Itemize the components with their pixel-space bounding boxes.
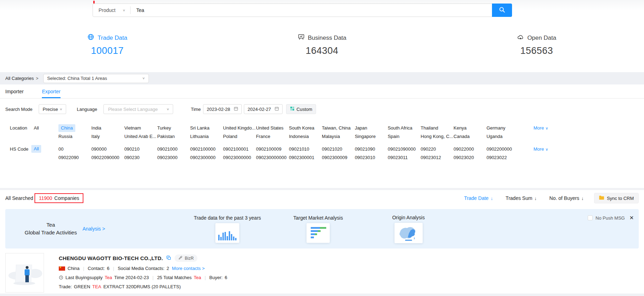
filter-option[interactable]: Kenya [454,125,487,132]
location-more-link[interactable]: More∨ [533,124,548,141]
filter-option[interactable]: Uganda [486,133,519,140]
filter-option[interactable]: 0902300000 [190,154,223,161]
company-result-card: CHENGDU WAGOTT BIO-TECH CO.,LTD. BizR ★ … [0,248,644,292]
filter-option[interactable]: Lithuania [190,133,223,140]
company-thumbnail[interactable] [5,253,44,292]
filter-option[interactable]: 09023011 [388,154,421,161]
filter-option[interactable]: Italy [91,133,125,140]
filter-option[interactable]: United Arab E... [124,133,157,140]
more-label: More [533,146,544,152]
filter-option[interactable]: China [58,124,75,132]
filter-option[interactable]: Poland [223,133,256,140]
search-button[interactable] [492,4,512,17]
filter-option[interactable]: Hong Kong, C... [421,133,454,140]
sync-to-crm-button[interactable]: Sync to CRM [594,193,639,203]
filter-option[interactable]: 0902200000 [486,146,519,153]
search-mode-select[interactable]: Precise ∨ [39,104,66,114]
tab-exporter[interactable]: Exporter [42,84,61,98]
filter-option[interactable]: Pakistan [157,133,190,140]
company-name[interactable]: CHENGDU WAGOTT BIO-TECH CO.,LTD. [59,255,163,261]
filter-option[interactable]: 0902100001 [223,146,256,153]
filter-option[interactable]: 09023000 [157,154,190,161]
search-category-select[interactable]: Product ∨ [93,4,130,17]
filter-option[interactable]: 09021010 [289,146,322,153]
banner-card-origin[interactable]: Origin Analysis [392,215,425,243]
filter-option[interactable]: 090000 [91,146,125,153]
language-input[interactable] [107,106,160,112]
filter-option[interactable]: 09023020 [454,154,487,161]
language-select[interactable]: ∨ [103,104,173,114]
filter-option[interactable]: Vietnam [124,125,157,132]
filter-option[interactable]: 09022000 [454,146,487,153]
all-categories-link[interactable]: All Categories > [5,76,38,81]
filter-option[interactable]: Germany [486,125,519,132]
date-to-field[interactable] [244,104,283,114]
filter-option[interactable]: 0902300009 [322,154,355,161]
stat-trade-data[interactable]: Trade Data 100017 [0,33,215,56]
close-icon[interactable]: ✕ [629,215,634,221]
filter-option[interactable]: Indonesia [289,133,322,140]
location-option-all[interactable]: All [34,125,41,131]
filter-option[interactable]: Spain [388,133,421,140]
filter-option[interactable]: 09023010 [355,154,388,161]
filter-option[interactable]: 00 [58,146,91,153]
filter-option[interactable]: 09021090 [355,146,388,153]
more-contacts-link[interactable]: More contacts > [172,266,205,271]
filter-option[interactable]: Malaysia [322,133,355,140]
filter-option[interactable]: 09023012 [421,154,454,161]
filter-option[interactable]: 090230000000 [256,154,289,161]
hs-code-more-link[interactable]: More∨ [533,145,548,162]
bizr-badge[interactable]: BizR [175,254,197,262]
banner-card-trade-data[interactable]: Trade data for the past 3 years [194,215,261,243]
filter-option[interactable]: South Africa [388,125,421,132]
filter-option[interactable]: Singapore [355,133,388,140]
stat-open-data[interactable]: Open Data 156563 [429,33,644,56]
tab-importer[interactable]: Importer [5,84,24,98]
date-from-field[interactable] [203,104,242,114]
filter-option[interactable]: France [256,133,289,140]
custom-time-button[interactable]: Custom [286,104,316,114]
filter-option[interactable]: Taiwan, China [322,125,355,132]
filter-option[interactable]: United Kingdo... [223,125,256,132]
hs-code-row-2: 0902209009022090000090230090230000902300… [58,153,519,162]
filter-option[interactable]: 09023022 [486,154,519,161]
date-from-input[interactable] [206,106,234,112]
no-push-checkbox[interactable] [588,215,593,220]
keyword-tea: Tea [194,275,201,280]
analysis-link[interactable]: Analysis > [82,226,105,232]
companies-count: 11900 [39,195,52,201]
filter-option[interactable]: South Korea [289,125,322,132]
filter-option[interactable]: 09021000 [157,146,190,153]
selected-areas-dropdown[interactable]: Selected: China Total 1 Areas ∨ [43,74,149,83]
filter-option[interactable]: India [91,125,125,132]
chevron-right-icon: > [202,266,205,271]
filter-option[interactable]: Russia [58,133,91,140]
sort-no-of-buyers[interactable]: No. of Buyers ↓ [549,195,583,201]
sort-trades-sum[interactable]: Trades Sum ↓ [506,195,537,201]
filter-option[interactable]: 09021090000 [388,146,421,153]
filter-option[interactable]: 09022090 [58,154,91,161]
search-category-label: Product [99,7,115,13]
filter-option[interactable]: 09021020 [322,146,355,153]
filter-option[interactable]: 090230 [124,154,157,161]
search-input[interactable] [131,7,492,13]
filter-option[interactable]: 0902100009 [256,146,289,153]
filter-option[interactable]: Turkey [157,125,190,132]
filter-option[interactable]: 0902100000 [190,146,223,153]
date-to-input[interactable] [247,106,274,112]
stat-business-data[interactable]: Business Data 164304 [215,33,429,56]
filter-option[interactable]: 090220 [421,146,454,153]
filter-option[interactable]: Canada [454,133,487,140]
sort-trade-date[interactable]: Trade Date ↓ [464,195,493,201]
filter-option[interactable]: 0902300001 [289,154,322,161]
banner-card-target-market[interactable]: Target Market Analysis [293,215,343,243]
filter-option[interactable]: Thailand [421,125,454,132]
filter-option[interactable]: United States [256,125,289,132]
filter-option[interactable]: Sri Lanka [190,125,223,132]
filter-option[interactable]: 09022090000 [91,154,125,161]
hs-code-option-all[interactable]: All [31,145,41,153]
copy-icon[interactable] [166,256,171,261]
filter-option[interactable]: 090210 [124,146,157,153]
filter-option[interactable]: 09023000000 [223,154,256,161]
filter-option[interactable]: Japan [355,125,388,132]
